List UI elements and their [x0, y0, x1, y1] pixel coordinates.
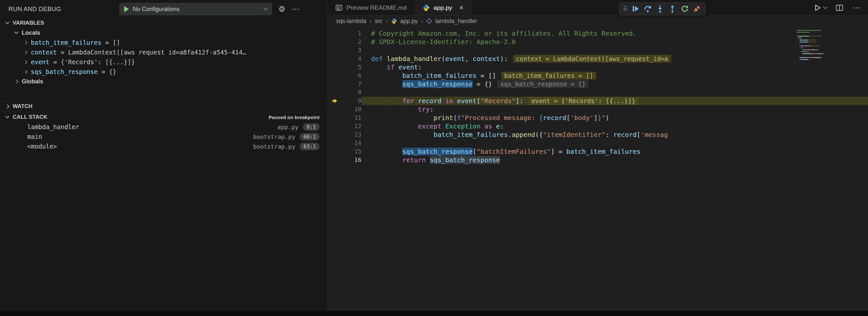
- split-editor-button[interactable]: [836, 4, 843, 12]
- more-actions-icon[interactable]: ⋯: [852, 4, 860, 12]
- code-editor[interactable]: 1# Copyright Amazon.com, Inc. or its aff…: [328, 27, 868, 316]
- glyph-margin[interactable]: [328, 71, 342, 80]
- line-content[interactable]: if event:: [361, 63, 868, 71]
- more-actions-icon[interactable]: ⋯: [292, 5, 300, 13]
- locals-group[interactable]: Locals: [0, 28, 327, 38]
- code-line[interactable]: 5 if event:: [328, 63, 868, 71]
- line-content[interactable]: batch_item_failures.append({"itemIdentif…: [361, 130, 868, 139]
- code-line[interactable]: 8: [328, 88, 868, 97]
- variable-row[interactable]: event = {'Records': [{...}]}: [0, 57, 327, 67]
- variable-row[interactable]: sqs_batch_response = {}: [0, 67, 327, 76]
- run-button[interactable]: [813, 4, 827, 12]
- watch-section-header[interactable]: WATCH: [0, 101, 327, 111]
- drag-grip-icon[interactable]: ⠿: [623, 5, 628, 13]
- glyph-margin[interactable]: [328, 130, 342, 139]
- chevron-down-icon: [264, 6, 268, 10]
- glyph-margin[interactable]: [328, 156, 342, 164]
- debug-step-into-button[interactable]: [655, 4, 664, 13]
- code-line[interactable]: 6 batch_item_failures = []batch_item_fai…: [328, 71, 868, 80]
- minimap[interactable]: [795, 29, 834, 62]
- line-number: 2: [342, 38, 361, 46]
- line-content[interactable]: def lambda_handler(event, context):conte…: [361, 55, 868, 63]
- debug-continue-button[interactable]: [631, 4, 640, 13]
- globals-group[interactable]: Globals: [0, 76, 327, 86]
- code-token: "batchItemFailures": [476, 148, 551, 155]
- line-content[interactable]: return sqs_batch_response: [361, 156, 868, 164]
- code-token: 'messag: [641, 131, 668, 138]
- line-content[interactable]: except Exception as e:: [361, 122, 868, 130]
- line-content[interactable]: batch_item_failures = []batch_item_failu…: [361, 71, 868, 80]
- glyph-margin[interactable]: [328, 55, 342, 63]
- minimap-line: [797, 34, 832, 35]
- close-icon[interactable]: ×: [459, 4, 464, 12]
- glyph-margin[interactable]: [328, 80, 342, 88]
- glyph-margin[interactable]: [328, 38, 342, 46]
- glyph-margin[interactable]: [328, 88, 342, 97]
- code-line[interactable]: 15 sqs_batch_response["batchItemFailures…: [328, 147, 868, 156]
- code-line[interactable]: 13 batch_item_failures.append({"itemIden…: [328, 130, 868, 139]
- code-token: record: [543, 114, 566, 122]
- minimap-line: [797, 36, 832, 37]
- glyph-margin[interactable]: [328, 147, 342, 156]
- line-content[interactable]: # Copyright Amazon.com, Inc. or its affi…: [361, 29, 868, 38]
- line-content[interactable]: for record in event["Records"]:event = {…: [361, 97, 868, 105]
- code-token: except: [418, 122, 441, 130]
- code-line[interactable]: 16 return sqs_batch_response: [328, 156, 868, 164]
- code-line[interactable]: 11 print(f"Processed message: {record['b…: [328, 114, 868, 122]
- code-token: # SPDX-License-Identifier: Apache-2.0: [371, 38, 516, 46]
- line-number: 16: [342, 156, 361, 164]
- markdown-preview-icon: [335, 4, 343, 11]
- line-content[interactable]: sqs_batch_response = {}sqs_batch_respons…: [361, 80, 868, 88]
- debug-current-line-arrow[interactable]: [328, 97, 342, 105]
- variable-row[interactable]: batch_item_failures = []: [0, 38, 327, 48]
- code-line[interactable]: 7 sqs_batch_response = {}sqs_batch_respo…: [328, 80, 868, 88]
- gear-icon[interactable]: ⚙: [278, 5, 285, 13]
- glyph-margin[interactable]: [328, 63, 342, 71]
- stack-frame-row[interactable]: <module> bootstrap.py 63:1: [0, 141, 327, 151]
- call-stack-section-header[interactable]: CALL STACK Paused on breakpoint: [0, 112, 327, 122]
- glyph-margin[interactable]: [328, 139, 342, 147]
- line-content[interactable]: # SPDX-License-Identifier: Apache-2.0: [361, 38, 868, 46]
- line-content[interactable]: [361, 46, 868, 55]
- code-token: [371, 156, 402, 164]
- glyph-margin[interactable]: [328, 122, 342, 130]
- code-token: 'body': [570, 114, 594, 122]
- frame-file: bootstrap.py: [253, 143, 295, 150]
- code-line[interactable]: 9 for record in event["Records"]:event =…: [328, 97, 868, 105]
- debug-step-over-button[interactable]: [643, 4, 652, 13]
- method-symbol-icon: [426, 18, 432, 24]
- breadcrumb-item[interactable]: lambda_handler: [435, 18, 477, 25]
- glyph-margin[interactable]: [328, 46, 342, 55]
- code-line[interactable]: 14: [328, 139, 868, 147]
- breadcrumb-item[interactable]: app.py: [400, 18, 418, 25]
- debug-restart-button[interactable]: [680, 4, 689, 13]
- stack-frame-row[interactable]: lambda_handler app.py 9:1: [0, 122, 327, 132]
- breadcrumb-item[interactable]: sqs-lambda: [336, 18, 366, 25]
- line-content[interactable]: print(f"Processed message: {record['body…: [361, 114, 868, 122]
- code-line[interactable]: 2# SPDX-License-Identifier: Apache-2.0: [328, 38, 868, 46]
- variable-row[interactable]: context = LambdaContext([aws_request_id=…: [0, 48, 327, 57]
- variables-section-header[interactable]: VARIABLES: [0, 18, 327, 28]
- line-content[interactable]: try:: [361, 105, 868, 114]
- debug-disconnect-button[interactable]: [692, 4, 702, 13]
- tab-preview-readme[interactable]: Preview README.md: [328, 0, 415, 15]
- tab-label: Preview README.md: [346, 4, 407, 11]
- breadcrumb-item[interactable]: src: [375, 18, 382, 25]
- glyph-margin[interactable]: [328, 105, 342, 114]
- line-content[interactable]: [361, 139, 868, 147]
- start-debug-icon[interactable]: [124, 6, 129, 12]
- code-line[interactable]: 1# Copyright Amazon.com, Inc. or its aff…: [328, 29, 868, 38]
- code-line[interactable]: 4def lambda_handler(event, context):cont…: [328, 55, 868, 63]
- tab-app-py[interactable]: app.py ×: [415, 0, 472, 15]
- frame-location: bootstrap.py 60:1: [253, 133, 319, 140]
- line-content[interactable]: [361, 88, 868, 97]
- debug-config-dropdown[interactable]: No Configurations: [119, 3, 272, 15]
- line-content[interactable]: sqs_batch_response["batchItemFailures"] …: [361, 147, 868, 156]
- glyph-margin[interactable]: [328, 29, 342, 38]
- code-line[interactable]: 10 try:: [328, 105, 868, 114]
- code-line[interactable]: 12 except Exception as e:: [328, 122, 868, 130]
- code-line[interactable]: 3: [328, 46, 868, 55]
- glyph-margin[interactable]: [328, 114, 342, 122]
- stack-frame-row[interactable]: main bootstrap.py 60:1: [0, 132, 327, 141]
- debug-step-out-button[interactable]: [668, 4, 677, 13]
